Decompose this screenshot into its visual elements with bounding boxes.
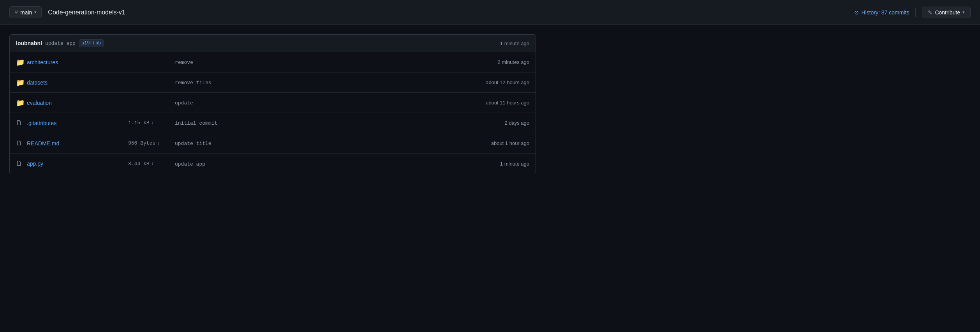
download-icon: ↓ [151, 120, 154, 126]
branch-selector[interactable]: ⑂ main ▾ [9, 6, 42, 18]
file-name-link[interactable]: README.md [27, 140, 59, 147]
file-name-col: .gitattributes [27, 120, 128, 126]
file-commit-col: update [175, 99, 467, 106]
file-commit-message: update title [175, 141, 212, 147]
file-commit-message: remove files [175, 80, 212, 86]
file-time: about 1 hour ago [467, 140, 529, 146]
file-commit-col: update app [175, 161, 467, 167]
history-link[interactable]: ⊙ History: 87 commits [854, 9, 909, 16]
file-commit-col: remove files [175, 79, 467, 86]
file-icon-col: 📁 [16, 99, 27, 107]
file-name-col: README.md [27, 140, 128, 147]
file-icon-col: 📁 [16, 78, 27, 87]
file-time: about 11 hours ago [467, 100, 529, 106]
file-size: 1.15 kB ↓ [128, 120, 175, 126]
file-name-link[interactable]: datasets [27, 79, 48, 86]
history-icon: ⊙ [854, 9, 859, 16]
file-size: 3.44 kB ↓ [128, 161, 175, 167]
file-icon-col: 🗋 [16, 160, 27, 168]
file-icon-col: 🗋 [16, 140, 27, 147]
file-size-value: 1.15 kB [128, 120, 150, 126]
download-icon: ↓ [157, 141, 160, 146]
file-name-link[interactable]: architectures [27, 59, 58, 65]
top-bar: ⑂ main ▾ Code-generation-models-v1 ⊙ His… [0, 0, 980, 25]
file-commit-col: remove [175, 59, 467, 65]
file-name-col: datasets [27, 79, 128, 86]
commit-time: 1 minute ago [500, 41, 529, 46]
file-time: 2 minutes ago [467, 59, 529, 65]
file-commit-message: update [175, 100, 193, 106]
pencil-icon: ✎ [928, 9, 932, 16]
file-commit-message: update app [175, 161, 205, 167]
file-commit-message: remove [175, 60, 193, 65]
file-size: 956 Bytes ↓ [128, 140, 175, 146]
file-commit-col: update title [175, 140, 467, 147]
table-row: 🗋 app.py 3.44 kB ↓ update app 1 minute a… [10, 154, 536, 174]
git-branch-icon: ⑂ [14, 9, 18, 16]
file-name-link[interactable]: evaluation [27, 100, 52, 106]
folder-icon: 📁 [16, 99, 25, 107]
file-name-link[interactable]: app.py [27, 161, 43, 167]
branch-chevron-icon: ▾ [34, 10, 37, 15]
file-size-value: 956 Bytes [128, 140, 155, 146]
repo-name: Code-generation-models-v1 [48, 9, 125, 16]
file-rows-container: 📁 architectures remove 2 minutes ago 📁 d… [10, 52, 536, 174]
table-row: 📁 architectures remove 2 minutes ago [10, 52, 536, 72]
file-size-value: 3.44 kB [128, 161, 150, 167]
file-commit-col: initial commit [175, 120, 467, 126]
contribute-chevron-icon: ▾ [962, 10, 965, 15]
file-time: about 12 hours ago [467, 79, 529, 85]
file-commit-message: initial commit [175, 120, 217, 126]
top-bar-left: ⑂ main ▾ Code-generation-models-v1 [9, 6, 125, 18]
table-row: 🗋 .gitattributes 1.15 kB ↓ initial commi… [10, 113, 536, 133]
file-icon-col: 📁 [16, 58, 27, 67]
commit-hash[interactable]: a19ffbb [79, 39, 104, 47]
file-time: 1 minute ago [467, 161, 529, 167]
folder-icon: 📁 [16, 79, 25, 87]
commit-author[interactable]: loubnabnl [16, 40, 42, 46]
top-bar-right: ⊙ History: 87 commits ✎ Contribute ▾ [854, 7, 971, 18]
contribute-button[interactable]: ✎ Contribute ▾ [922, 7, 971, 18]
file-name-col: architectures [27, 59, 128, 65]
branch-name: main [20, 9, 32, 16]
table-row: 🗋 README.md 956 Bytes ↓ update title abo… [10, 133, 536, 154]
main-content: loubnabnl update app a19ffbb 1 minute ag… [0, 25, 545, 184]
history-label: History: 87 commits [861, 9, 909, 16]
commit-row-left: loubnabnl update app a19ffbb [16, 39, 104, 47]
contribute-label: Contribute [935, 9, 960, 16]
file-table: loubnabnl update app a19ffbb 1 minute ag… [9, 34, 536, 174]
file-name-col: evaluation [27, 100, 128, 106]
file-name-col: app.py [27, 161, 128, 167]
table-row: 📁 evaluation update about 11 hours ago [10, 93, 536, 113]
folder-icon: 📁 [16, 58, 25, 66]
file-icon: 🗋 [16, 160, 23, 167]
download-icon: ↓ [151, 161, 154, 166]
file-time: 2 days ago [467, 120, 529, 126]
commit-message: update app [45, 41, 76, 46]
file-icon-col: 🗋 [16, 119, 27, 127]
file-name-link[interactable]: .gitattributes [27, 120, 56, 126]
file-icon: 🗋 [16, 140, 23, 147]
commit-summary-row: loubnabnl update app a19ffbb 1 minute ag… [10, 35, 536, 52]
file-icon: 🗋 [16, 119, 23, 127]
divider [915, 8, 916, 17]
table-row: 📁 datasets remove files about 12 hours a… [10, 72, 536, 93]
